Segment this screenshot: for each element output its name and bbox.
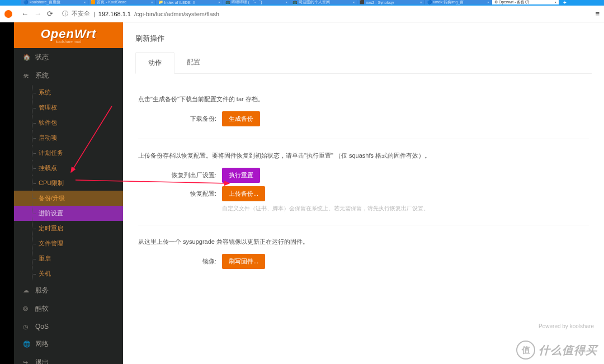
- forward-icon[interactable]: →: [34, 10, 41, 18]
- new-tab-button[interactable]: +: [559, 0, 570, 4]
- restore-config-label: 恢复配置:: [138, 190, 216, 198]
- flash-desc: 从这里上传一个 sysupgrade 兼容镜像以更新正在运行的固件。: [138, 238, 589, 246]
- browser-tab-strip: 🔵koolshare_百度搜× 🟧首页 - KoolShare× 📁Index …: [0, 0, 604, 4]
- subnav-software[interactable]: 软件包: [14, 115, 123, 130]
- url-host: 192.168.1.1: [98, 11, 131, 17]
- logo: OpenWrt koolshare mod: [14, 22, 123, 48]
- browser-tab[interactable]: 🟧首页 - KoolShare×: [88, 0, 155, 4]
- address-bar[interactable]: ⓘ 不安全 | 192.168.1.1/cgi-bin/luci/admin/s…: [59, 10, 589, 18]
- menu-icon[interactable]: ≡: [595, 10, 600, 18]
- browser-toolbar: ← → ⟳ ⓘ 不安全 | 192.168.1.1/cgi-bin/luci/a…: [0, 6, 604, 22]
- nav-network[interactable]: 🌐网络: [14, 335, 123, 353]
- reload-icon[interactable]: ⟳: [47, 10, 53, 18]
- tab-actions[interactable]: 动作: [135, 52, 174, 74]
- browser-tab[interactable]: 📺司波图的个人空间×: [290, 0, 357, 4]
- browser-tab[interactable]: ⬛nas2 - Synology×: [357, 0, 424, 4]
- subnav-cpulimit[interactable]: CPU限制: [14, 176, 123, 191]
- globe-icon: 🌐: [23, 341, 31, 348]
- subnav-schedule[interactable]: 定时重启: [14, 221, 123, 236]
- subnav-system[interactable]: 系统: [14, 85, 123, 100]
- watermark-text: 什么值得买: [539, 343, 597, 358]
- home-icon: 🏠: [23, 54, 31, 61]
- tab-config[interactable]: 配置: [174, 52, 213, 73]
- flash-firmware-button[interactable]: 刷写固件...: [222, 254, 265, 269]
- content-area: 刷新操作 动作 配置 点击"生成备份"下载当前配置文件的 tar 存档。 下载备…: [123, 22, 604, 364]
- watermark-logo-icon: 值: [516, 341, 535, 360]
- back-icon[interactable]: ←: [21, 10, 29, 18]
- generate-backup-button[interactable]: 生成备份: [222, 111, 260, 126]
- perform-reset-button[interactable]: 执行重置: [222, 168, 260, 183]
- sidebar: OpenWrt koolshare mod 🏠状态 🛠系统 系统 管理权 软件包…: [14, 22, 123, 364]
- browser-tab[interactable]: 📺哔哩哔哩 ( ゜- ゜)×: [223, 0, 290, 4]
- footer-text: Powered by koolshare: [539, 323, 594, 329]
- tabs: 动作 配置: [135, 52, 592, 74]
- share-icon: ❂: [23, 305, 31, 313]
- page-title: 刷新操作: [135, 34, 592, 44]
- image-label: 镜像:: [138, 257, 216, 266]
- watermark: 值 什么值得买: [516, 341, 597, 360]
- upload-backup-button[interactable]: 上传备份...: [222, 186, 265, 201]
- subnav-filemgr[interactable]: 文件管理: [14, 236, 123, 251]
- nav-system[interactable]: 🛠系统: [14, 67, 123, 85]
- insecure-label: 不安全: [72, 10, 90, 18]
- subnav-advanced[interactable]: 进阶设置: [14, 206, 123, 221]
- restore-desc: 上传备份存档以恢复配置。要将固件恢复到初始状态，请单击"执行重置" （仅 squ…: [138, 152, 589, 160]
- gauge-icon: ◷: [23, 323, 31, 330]
- nav-services[interactable]: ☁服务: [14, 281, 123, 300]
- browser-logo-icon: [4, 10, 12, 18]
- subnav-reboot[interactable]: 重启: [14, 251, 123, 266]
- subnav-admin[interactable]: 管理权: [14, 100, 123, 115]
- wrench-icon: 🛠: [23, 73, 31, 79]
- logout-icon: ↪: [23, 359, 31, 364]
- restore-hint: 自定义文件（证书、脚本）会保留在系统上。若无需保留，请先执行恢复出厂设置。: [222, 205, 589, 212]
- subnav-mount[interactable]: 挂载点: [14, 160, 123, 176]
- info-icon: ⓘ: [62, 10, 68, 18]
- download-backup-label: 下载备份:: [138, 115, 216, 123]
- nav-cool[interactable]: ❂酷软: [14, 300, 123, 318]
- browser-tab[interactable]: 🔵koolshare_百度搜×: [21, 0, 88, 4]
- browser-tab-active[interactable]: ⚙Openwrt - 备份/升×: [492, 0, 559, 4]
- nav-qos[interactable]: ◷QoS: [14, 318, 123, 335]
- factory-reset-label: 恢复到出厂设置:: [138, 171, 216, 179]
- url-path: /cgi-bin/luci/admin/system/flash: [134, 11, 219, 17]
- cloud-icon: ☁: [23, 287, 31, 294]
- browser-tab[interactable]: 📁Index of /LEDE_X×: [156, 0, 223, 4]
- subnav-startup[interactable]: 启动项: [14, 130, 123, 145]
- subnav-shutdown[interactable]: 关机: [14, 266, 123, 281]
- browser-tab[interactable]: 🔵vmdk 转换img_百×: [425, 0, 492, 4]
- backup-desc: 点击"生成备份"下载当前配置文件的 tar 存档。: [138, 95, 589, 103]
- nav-status[interactable]: 🏠状态: [14, 48, 123, 67]
- nav-logout[interactable]: ↪退出: [14, 353, 123, 364]
- subnav-backup-upgrade[interactable]: 备份/升级: [14, 191, 123, 206]
- subnav-cron[interactable]: 计划任务: [14, 145, 123, 160]
